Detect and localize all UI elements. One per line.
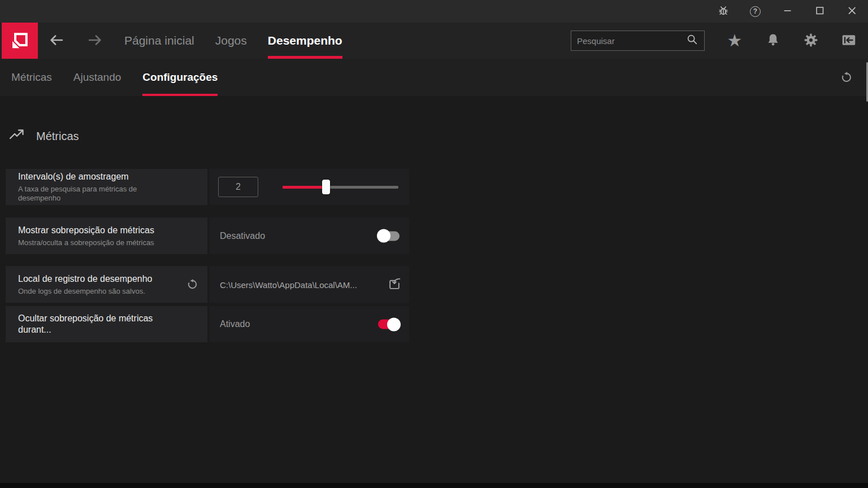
settings-button[interactable] (798, 23, 823, 59)
log-location-path: C:\Users\Watto\AppData\Local\AM... (220, 280, 357, 289)
slider-thumb[interactable] (322, 180, 330, 194)
favorites-button[interactable]: ★ (722, 23, 747, 59)
bottom-edge-strip (0, 483, 868, 488)
sampling-interval-input[interactable] (218, 177, 258, 197)
section-title: Métricas (36, 130, 79, 143)
reset-defaults-button[interactable] (834, 65, 859, 90)
reset-log-location-button[interactable] (183, 275, 202, 294)
bell-icon (765, 32, 781, 50)
dock-panel-icon (840, 32, 857, 50)
search-icon (686, 33, 698, 48)
bug-report-button[interactable] (707, 0, 739, 23)
star-icon: ★ (727, 32, 743, 49)
close-icon (846, 5, 858, 19)
close-button[interactable] (836, 0, 868, 23)
main-tabs: Página inicial Jogos Desempenho (124, 23, 342, 59)
minimize-icon (782, 5, 794, 19)
reset-icon (840, 70, 853, 85)
gear-icon (803, 32, 819, 50)
subtab-metrics[interactable]: Métricas (11, 59, 52, 96)
toggle-state-label: Ativado (220, 319, 250, 329)
row-title: Ocultar sobreposição de métricas durant.… (18, 313, 181, 336)
row-subtitle: Mostra/oculta a sobreposição de métricas (18, 238, 154, 247)
row-title: Local de registro de desempenho (18, 273, 153, 285)
browse-log-location-button[interactable] (384, 274, 405, 295)
window-titlebar: ? (0, 0, 868, 23)
tab-home[interactable]: Página inicial (124, 23, 194, 59)
row-hide-overlay: Ocultar sobreposição de métricas durant.… (6, 306, 409, 342)
forward-button[interactable] (84, 23, 106, 59)
toggle-knob (377, 229, 390, 243)
slider-fill (283, 186, 326, 189)
tab-performance[interactable]: Desempenho (268, 23, 342, 59)
row-show-overlay: Mostrar sobreposição de métricas Mostra/… (6, 217, 409, 254)
help-button[interactable]: ? (739, 0, 771, 23)
toggle-state-label: Desativado (220, 231, 265, 241)
row-subtitle: Onde logs de desempenho são salvos. (18, 287, 153, 296)
forward-arrow-icon (86, 32, 103, 50)
reset-icon (186, 277, 199, 292)
show-overlay-toggle[interactable] (378, 231, 400, 241)
browse-path-icon (388, 277, 402, 293)
metrics-section-header: Métricas (9, 129, 79, 143)
maximize-button[interactable] (804, 0, 836, 23)
performance-subnav: Métricas Ajustando Configurações (0, 59, 868, 96)
hide-overlay-toggle[interactable] (378, 320, 400, 329)
trending-metrics-icon (9, 129, 25, 143)
back-button[interactable] (45, 23, 68, 59)
help-icon: ? (750, 6, 761, 17)
row-log-location: Local de registro de desempenho Onde log… (6, 266, 409, 303)
row-title: Intervalo(s) de amostragem (18, 171, 181, 182)
toggle-knob (387, 317, 401, 331)
subnav-tabs: Métricas Ajustando Configurações (11, 59, 218, 96)
dock-panel-button[interactable] (836, 23, 861, 59)
sampling-interval-slider[interactable] (283, 180, 398, 194)
row-subtitle: A taxa de pesquisa para métricas de dese… (18, 185, 181, 202)
row-sampling-interval: Intervalo(s) de amostragem A taxa de pes… (6, 169, 409, 205)
main-navbar: Página inicial Jogos Desempenho ★ (0, 23, 868, 59)
notifications-button[interactable] (761, 23, 785, 59)
back-arrow-icon (48, 32, 65, 50)
subtab-settings[interactable]: Configurações (142, 59, 218, 96)
minimize-button[interactable] (771, 0, 804, 23)
bug-report-icon (717, 5, 730, 19)
row-title: Mostrar sobreposição de métricas (18, 225, 154, 236)
subtab-tuning[interactable]: Ajustando (73, 59, 121, 96)
search-input[interactable] (577, 36, 686, 46)
amd-logo[interactable] (2, 23, 38, 59)
maximize-icon (814, 5, 826, 19)
search-box (571, 30, 705, 51)
tab-games[interactable]: Jogos (215, 23, 247, 59)
settings-content: Métricas Intervalo(s) de amostragem A ta… (0, 96, 868, 483)
